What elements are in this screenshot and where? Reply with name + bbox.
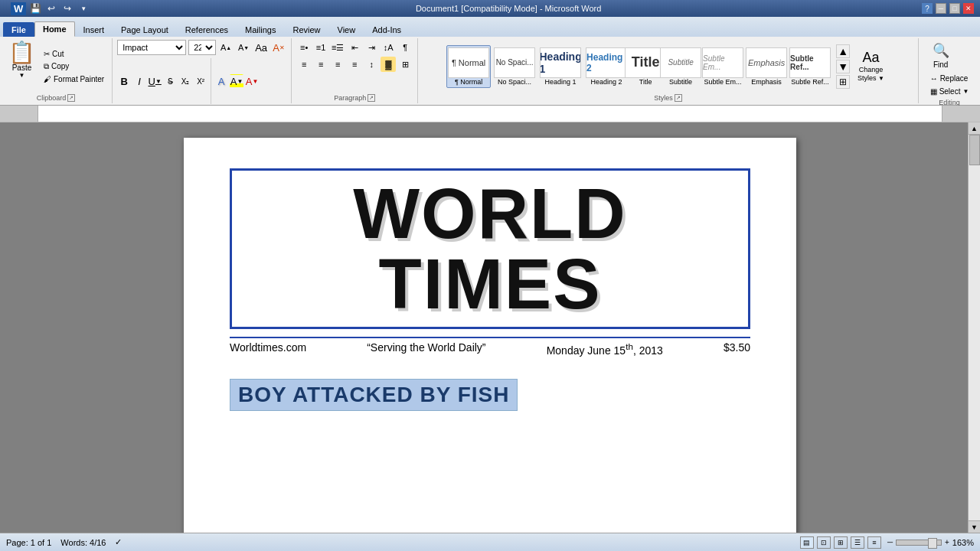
qa-dropdown-btn[interactable]: ▼	[77, 2, 90, 15]
tab-insert[interactable]: Insert	[75, 22, 113, 37]
copy-button[interactable]: ⧉ Copy	[41, 60, 107, 73]
styles-scroll-up-btn[interactable]: ▲	[836, 44, 850, 58]
subscript-btn[interactable]: X₂	[178, 74, 192, 88]
shading-btn[interactable]: ▓	[381, 57, 396, 72]
save-quick-btn[interactable]: 💾	[28, 2, 42, 15]
style-normal[interactable]: ¶ Normal ¶ Normal	[446, 45, 491, 88]
numbering-btn[interactable]: ≡1	[313, 40, 328, 55]
decrease-indent-btn[interactable]: ⇤	[347, 40, 362, 55]
sort-btn[interactable]: ↕A	[381, 40, 396, 55]
scroll-track	[969, 135, 980, 520]
newspaper-info-bar: Worldtimes.com “Serving the World Daily”…	[230, 337, 750, 360]
underline-btn[interactable]: U▼	[148, 74, 162, 88]
line-spacing-btn[interactable]: ↕	[364, 57, 379, 72]
scroll-down-btn[interactable]: ▼	[969, 520, 980, 533]
tab-references[interactable]: References	[177, 22, 237, 37]
font-size-select[interactable]: 22	[188, 40, 216, 55]
draft-btn[interactable]: ≡	[867, 536, 881, 549]
view-buttons: ▤ ⊡ ⊞ ☰ ≡	[800, 536, 881, 549]
superscript-btn[interactable]: X²	[194, 74, 207, 88]
style-title[interactable]: Title Title	[630, 45, 661, 88]
zoom-slider[interactable]	[896, 540, 942, 546]
undo-quick-btn[interactable]: ↩	[44, 2, 58, 15]
show-hide-btn[interactable]: ¶	[397, 40, 413, 55]
clear-format-btn[interactable]: A✕	[271, 40, 286, 55]
change-case-btn[interactable]: Aa	[253, 40, 269, 55]
style-heading2[interactable]: Heading 2 Heading 2	[584, 45, 629, 88]
style-intense-ref[interactable]: Subtle Ref... Subtle Ref...	[788, 45, 832, 88]
strikethrough-btn[interactable]: S̶	[163, 74, 177, 88]
align-left-btn[interactable]: ≡	[296, 57, 312, 72]
format-painter-button[interactable]: 🖌 Format Painter	[41, 73, 107, 85]
proofing-icon[interactable]: ✓	[115, 537, 122, 547]
headline-text: BOY ATTACKED BY FISH	[230, 379, 518, 411]
tab-addins[interactable]: Add-Ins	[364, 22, 410, 37]
shrink-font-btn[interactable]: A▼	[236, 40, 251, 55]
tab-file[interactable]: File	[3, 22, 34, 37]
redo-quick-btn[interactable]: ↪	[60, 2, 74, 15]
borders-btn[interactable]: ⊞	[397, 57, 413, 72]
scroll-up-btn[interactable]: ▲	[969, 122, 980, 135]
font-name-size-row: Impact 22 A▲ A▼ Aa A✕	[117, 40, 286, 55]
zoom-percent: 163%	[952, 538, 974, 547]
clipboard-group: 📋 Paste ▼ ✂ Cut ⧉ Copy 🖌 Format Painter	[0, 38, 113, 103]
status-left: Page: 1 of 1 Words: 4/16 ✓	[6, 537, 122, 547]
text-effects-btn[interactable]: A	[214, 74, 228, 88]
tab-mailings[interactable]: Mailings	[237, 22, 284, 37]
tab-home[interactable]: Home	[34, 21, 75, 37]
styles-expand-btn[interactable]: ↗	[675, 94, 682, 102]
highlight-btn[interactable]: A▼	[230, 74, 243, 88]
increase-indent-btn[interactable]: ⇥	[364, 40, 379, 55]
para-row-2: ≡ ≡ ≡ ≡ ↕ ▓ ⊞	[296, 57, 413, 72]
find-button[interactable]: 🔍 Find	[927, 40, 955, 71]
styles-more-btn[interactable]: ⊞	[836, 75, 850, 89]
para-row-1: ≡• ≡1 ≡☰ ⇤ ⇥ ↕A ¶	[296, 40, 413, 55]
paragraph-expand-btn[interactable]: ↗	[368, 94, 375, 102]
replace-button[interactable]: ↔ Replace	[927, 73, 972, 84]
change-styles-button[interactable]: Aa ChangeStyles ▼	[852, 46, 890, 86]
word-icon: W	[11, 2, 26, 15]
justify-btn[interactable]: ≡	[347, 57, 362, 72]
bold-btn[interactable]: B	[117, 74, 131, 88]
style-no-spacing[interactable]: No Spaci... No Spaci...	[492, 45, 537, 88]
scroll-thumb[interactable]	[969, 135, 980, 165]
style-subtitle[interactable]: Subtitle Subtitle	[662, 45, 699, 88]
clipboard-expand-btn[interactable]: ↗	[67, 94, 75, 102]
ribbon-tab-bar: File Home Insert Page Layout References …	[0, 17, 980, 37]
style-heading1[interactable]: Heading 1 Heading 1	[538, 45, 583, 88]
italic-btn[interactable]: I	[132, 74, 146, 88]
outline-btn[interactable]: ☰	[851, 536, 864, 549]
zoom-in-btn[interactable]: +	[945, 538, 949, 546]
tab-pagelayout[interactable]: Page Layout	[113, 22, 177, 37]
font-name-select[interactable]: Impact	[117, 40, 186, 55]
word-count: Words: 4/16	[60, 538, 106, 547]
word-app-title: W 💾 ↩ ↪ ▼	[6, 0, 95, 17]
grow-font-btn[interactable]: A▲	[218, 40, 234, 55]
cut-button[interactable]: ✂ Cut	[41, 48, 107, 60]
tab-review[interactable]: Review	[284, 22, 328, 37]
style-intense-ref-preview: Subtle Ref...	[789, 47, 831, 78]
bullets-btn[interactable]: ≡•	[296, 40, 312, 55]
styles-scroll-down-btn[interactable]: ▼	[836, 60, 850, 73]
web-layout-btn[interactable]: ⊞	[834, 536, 848, 549]
close-btn[interactable]: ✕	[963, 3, 974, 14]
full-screen-btn[interactable]: ⊡	[817, 536, 831, 549]
scissors-icon: ✂	[44, 50, 50, 58]
style-subtle-em[interactable]: Subtle Em... Subtle Em...	[701, 45, 745, 88]
align-center-btn[interactable]: ≡	[313, 57, 328, 72]
font-color-btn[interactable]: A▼	[245, 74, 259, 88]
multilevel-btn[interactable]: ≡☰	[330, 40, 345, 55]
select-button[interactable]: ▦ Select ▼	[927, 86, 972, 97]
paste-button[interactable]: 📋 Paste ▼	[5, 40, 39, 93]
restore-btn[interactable]: □	[949, 3, 960, 14]
newspaper-title: WORLD TIMES	[240, 178, 740, 319]
newspaper-header-box: WORLD TIMES	[230, 168, 750, 329]
zoom-out-btn[interactable]: ─	[887, 538, 893, 546]
align-right-btn[interactable]: ≡	[330, 57, 345, 72]
minimize-btn[interactable]: ─	[936, 3, 946, 14]
zoom-slider-thumb[interactable]	[928, 538, 937, 549]
tab-view[interactable]: View	[329, 22, 364, 37]
style-emphasis[interactable]: Emphasis Emphasis	[746, 45, 786, 88]
help-btn[interactable]: ?	[922, 3, 933, 14]
print-layout-btn[interactable]: ▤	[800, 536, 814, 549]
